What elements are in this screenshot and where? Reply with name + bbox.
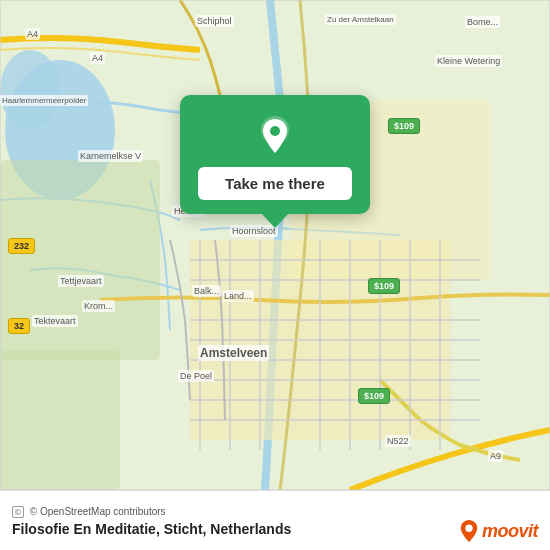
road-label-land: Land... [222, 290, 254, 302]
road-label-bome: Bome... [465, 16, 500, 28]
road-label-poel: De Poel [178, 370, 214, 382]
road-label-tettje: Tettjevaart [58, 275, 104, 287]
road-label-amstelveen: Amstelveen [198, 345, 269, 361]
location-popup: Take me there [180, 95, 370, 214]
osm-icon: © [12, 506, 24, 518]
badge-32: 32 [8, 318, 30, 334]
moovit-logo: moovit [460, 520, 538, 542]
badge-232: 232 [8, 238, 35, 254]
osm-attribution: © © OpenStreetMap contributors [12, 506, 538, 518]
moovit-brand-text: moovit [482, 521, 538, 542]
road-label-karnemelkse: Karnemelkse V [78, 150, 143, 162]
location-pin-icon [253, 113, 297, 157]
map-view[interactable]: A4 A4 Schiphol Haarlemmermeerpolder Karn… [0, 0, 550, 490]
road-label-n522: N522 [385, 435, 411, 447]
road-label-balk: Balk... [192, 285, 221, 297]
road-label-tekte: Tektevaart [32, 315, 78, 327]
svg-rect-4 [0, 350, 120, 490]
road-label-a9: A9 [488, 450, 503, 462]
road-label-haarlem: Haarlemmermeerpolder [0, 95, 88, 106]
road-label-a4-2: A4 [90, 52, 105, 64]
road-label-a4-1: A4 [25, 28, 40, 40]
svg-point-26 [465, 525, 472, 532]
road-label-kleine: Kleine Wetering [435, 55, 502, 67]
svg-point-2 [0, 50, 60, 130]
badge-109-1: $109 [388, 118, 420, 134]
badge-109-2: $109 [368, 278, 400, 294]
moovit-pin-icon [460, 520, 478, 542]
svg-point-25 [270, 126, 280, 136]
take-me-there-button[interactable]: Take me there [198, 167, 352, 200]
road-label-schiphol: Schiphol [195, 15, 234, 27]
road-label-krom: Krom... [82, 300, 115, 312]
road-label-amstelkaan: Zu der Amstelkaan [325, 14, 396, 25]
badge-109-3: $109 [358, 388, 390, 404]
bottom-bar: © © OpenStreetMap contributors Filosofie… [0, 490, 550, 550]
